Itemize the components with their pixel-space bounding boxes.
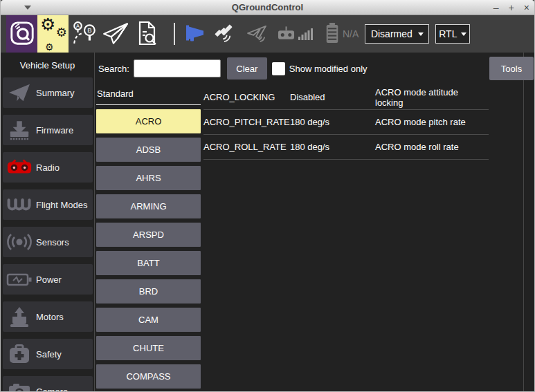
- param-row[interactable]: ACRO_PITCH_RATE 180 deg/s ACRO mode pitc…: [203, 110, 489, 135]
- category-button-batt[interactable]: BATT: [96, 251, 201, 275]
- rc-rssi-indicator[interactable]: [278, 26, 295, 42]
- minimize-button[interactable]: –: [493, 2, 499, 13]
- sidebar-item-camera[interactable]: Camera: [3, 376, 93, 391]
- category-button-compass[interactable]: COMPASS: [96, 364, 201, 389]
- toolbar-button-fly[interactable]: [100, 15, 131, 53]
- rtl-dropdown[interactable]: RTL: [435, 24, 470, 44]
- toolbar-button-home[interactable]: [6, 15, 37, 53]
- battery-icon: [325, 23, 339, 46]
- titlebar: QGroundControl – + ×: [1, 0, 534, 15]
- sidebar-item-safety[interactable]: Safety: [3, 339, 93, 369]
- toolbar-button-plan[interactable]: A B: [69, 15, 100, 53]
- param-row[interactable]: ACRO_ROLL_RATE 180 deg/s ACRO mode roll …: [203, 135, 489, 160]
- svg-text:A: A: [76, 23, 80, 29]
- param-description: ACRO mode pitch rate: [375, 117, 489, 127]
- telemetry-rssi-indicator[interactable]: [246, 24, 268, 44]
- maximize-button[interactable]: +: [509, 2, 514, 13]
- signal-bars-icon[interactable]: [298, 28, 314, 40]
- clear-button[interactable]: Clear: [227, 57, 267, 80]
- window-title: QGroundControl: [232, 2, 303, 12]
- toolbar-separator: [174, 23, 175, 45]
- gps-indicator[interactable]: [214, 24, 233, 45]
- parameter-table: ACRO_LOCKING Disabled ACRO mode attitude…: [203, 84, 489, 391]
- category-button-cam[interactable]: CAM: [96, 308, 201, 332]
- sidebar-item-motors[interactable]: Motors: [3, 301, 93, 332]
- sidebar-item-label: Flight Modes: [36, 200, 87, 210]
- tools-button[interactable]: Tools: [489, 57, 534, 80]
- sidebar-item-label: Safety: [36, 349, 62, 360]
- plan-route-icon: A B: [71, 20, 98, 48]
- medkit-icon: [3, 344, 36, 364]
- chevron-down-icon: [461, 32, 466, 36]
- telemetry-plane-icon: [246, 24, 268, 44]
- camera-icon: [3, 383, 36, 392]
- search-label: Search:: [98, 64, 129, 74]
- parameter-body: Standard ACRO ADSB AHRS ARMING ARSPD BAT…: [95, 84, 534, 391]
- radio-red-icon: [3, 158, 36, 176]
- category-list: Standard ACRO ADSB AHRS ARMING ARSPD BAT…: [96, 84, 201, 391]
- param-value: Disabled: [290, 92, 375, 102]
- sidebar-item-firmware[interactable]: Firmware: [3, 115, 93, 145]
- content-area: Vehicle Setup Summary: [1, 53, 534, 391]
- battery-status-text: N/A: [343, 28, 359, 39]
- param-name: ACRO_LOCKING: [203, 92, 290, 102]
- sidebar-item-label: Summary: [36, 88, 75, 98]
- sidebar-item-power[interactable]: Power: [3, 264, 93, 295]
- sidebar-header: Vehicle Setup: [1, 53, 94, 77]
- sidebar-item-label: Power: [36, 274, 62, 285]
- category-group-label: Standard: [96, 84, 201, 105]
- sidebar-item-label: Firmware: [36, 125, 73, 136]
- sidebar-item-flight-modes[interactable]: Flight Modes: [3, 189, 93, 220]
- sidebar-item-label: Camera: [36, 386, 68, 392]
- toolbar-button-vehicle-setup[interactable]: ⚙⚙⚙: [37, 15, 69, 53]
- param-row[interactable]: ACRO_LOCKING Disabled ACRO mode attitude…: [203, 85, 489, 110]
- category-button-chute[interactable]: CHUTE: [96, 336, 201, 360]
- param-name: ACRO_ROLL_RATE: [203, 142, 290, 152]
- toolbar-button-analyze[interactable]: [131, 15, 162, 53]
- param-value: 180 deg/s: [290, 142, 375, 152]
- window-menu-icon[interactable]: [24, 6, 31, 10]
- param-name: ACRO_PITCH_RATE: [203, 117, 290, 127]
- category-button-arspd[interactable]: ARSPD: [96, 223, 201, 247]
- search-input[interactable]: [134, 59, 221, 77]
- sidebar-item-label: Sensors: [36, 237, 69, 248]
- param-description: ACRO mode roll rate: [375, 142, 489, 152]
- firmware-download-icon: [3, 120, 36, 140]
- window-controls: – + ×: [493, 0, 529, 15]
- category-button-adsb[interactable]: ADSB: [96, 138, 201, 162]
- rc-transmitter-icon: [278, 26, 295, 42]
- motor-arrow-icon: [3, 306, 36, 328]
- paper-plane-icon: [3, 83, 36, 102]
- category-button-brd[interactable]: BRD: [96, 279, 201, 304]
- flight-mode-dropdown[interactable]: Disarmed: [365, 24, 429, 44]
- sidebar-item-label: Motors: [36, 312, 64, 322]
- rtl-label: RTL: [439, 28, 457, 39]
- flight-mode-label: Disarmed: [371, 28, 412, 39]
- document-search-icon: [135, 20, 158, 48]
- waveform-icon: [3, 196, 36, 214]
- battery-indicator[interactable]: [325, 23, 339, 46]
- sidebar-item-label: Radio: [36, 162, 60, 173]
- sidebar-item-sensors[interactable]: Sensors: [3, 227, 93, 257]
- category-button-arming[interactable]: ARMING: [96, 194, 201, 218]
- battery-bolt-icon: [3, 272, 36, 288]
- search-row: Search: Clear Show modified only Tools: [95, 53, 534, 84]
- audio-indicator[interactable]: [185, 24, 206, 44]
- toolbar: ⚙⚙⚙ A B: [1, 15, 534, 53]
- sidebar-item-radio[interactable]: Radio: [3, 152, 93, 183]
- qgroundcontrol-window: QGroundControl – + × ⚙⚙⚙: [0, 0, 535, 392]
- category-button-ahrs[interactable]: AHRS: [96, 166, 201, 190]
- category-button-acro[interactable]: ACRO: [96, 109, 201, 133]
- parameter-panel: Search: Clear Show modified only Tools S…: [95, 53, 534, 391]
- show-modified-label: Show modified only: [289, 64, 368, 74]
- paper-plane-icon: [102, 21, 129, 47]
- chevron-down-icon: [418, 32, 424, 36]
- satellite-icon: [214, 24, 233, 45]
- svg-text:B: B: [87, 26, 91, 34]
- sidebar-item-summary[interactable]: Summary: [3, 77, 93, 108]
- qgc-logo-icon: [9, 20, 35, 48]
- close-button[interactable]: ×: [524, 2, 529, 13]
- param-description: ACRO mode attitude locking: [375, 87, 489, 108]
- show-modified-checkbox[interactable]: [272, 62, 285, 75]
- signal-rings-icon: [3, 232, 36, 252]
